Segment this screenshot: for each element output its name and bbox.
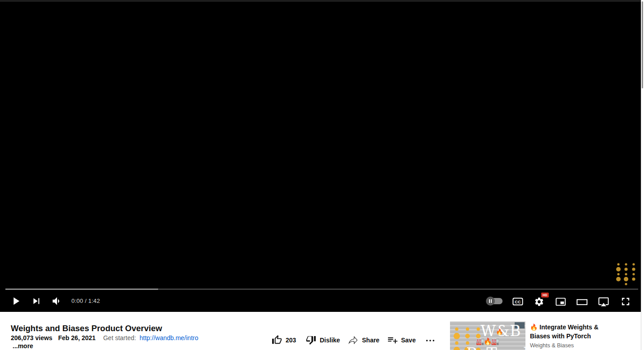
thumbnail-pytorch-text: PyTorch <box>466 345 525 350</box>
miniplayer-button[interactable] <box>555 296 567 308</box>
settings-button[interactable] <box>534 297 544 307</box>
description-link[interactable]: http://wandb.me/intro <box>140 334 198 341</box>
share-button[interactable]: Share <box>348 335 379 346</box>
upload-date: Feb 26, 2021 <box>58 334 96 341</box>
save-label: Save <box>401 337 416 344</box>
theater-mode-button[interactable] <box>576 296 588 308</box>
dislike-button[interactable]: Dislike <box>306 335 340 345</box>
next-button[interactable] <box>31 295 42 307</box>
view-count: 206,073 views <box>11 334 53 341</box>
volume-icon <box>51 295 63 307</box>
description-snippet: Get started: <box>103 334 136 341</box>
related-video-channel[interactable]: Weights & Biases <box>530 342 574 349</box>
miniplayer-icon <box>555 296 567 308</box>
hd-quality-badge: HD <box>541 293 549 298</box>
dislike-label: Dislike <box>320 337 340 344</box>
page-scrollbar[interactable] <box>641 0 644 350</box>
fullscreen-button[interactable] <box>619 295 632 308</box>
progress-bar[interactable] <box>5 289 638 290</box>
subtitles-button[interactable]: CC <box>512 296 524 307</box>
dislike-icon <box>306 335 316 345</box>
autoplay-toggle-icon <box>486 297 495 306</box>
play-button[interactable] <box>9 295 22 307</box>
related-video-thumbnail[interactable]: W&B 🔥 🏭🔥🏭 PyTorch <box>450 321 525 350</box>
subtitles-icon: CC <box>512 296 524 307</box>
fullscreen-icon <box>619 295 632 308</box>
volume-button[interactable] <box>51 295 63 307</box>
save-icon <box>387 335 397 345</box>
video-title: Weights and Biases Product Overview <box>11 324 162 333</box>
cast-button[interactable] <box>597 295 610 308</box>
like-count: 203 <box>286 337 296 344</box>
save-button[interactable]: Save <box>387 335 416 345</box>
scrollbar-thumb[interactable] <box>642 1 643 88</box>
time-display: 0:00 / 1:42 <box>71 298 100 304</box>
video-stats: 206,073 views Feb 26, 2021 Get started: … <box>11 334 198 341</box>
cc-label: CC <box>515 300 521 304</box>
player-top-edge <box>0 0 641 2</box>
wandb-watermark-logo <box>616 262 636 286</box>
like-button[interactable]: 203 <box>272 335 296 345</box>
settings-icon <box>534 297 544 307</box>
autoplay-toggle[interactable] <box>487 298 503 304</box>
youtube-watch-page: 0:00 / 1:42 CC HD <box>0 0 644 350</box>
show-more-button[interactable]: ...more <box>13 342 33 350</box>
buffered-progress <box>5 289 158 290</box>
next-icon <box>31 295 42 307</box>
video-player[interactable]: 0:00 / 1:42 CC HD <box>0 0 641 312</box>
share-label: Share <box>362 337 379 344</box>
like-icon <box>272 335 282 345</box>
play-icon <box>9 295 22 307</box>
theater-icon <box>576 296 588 308</box>
cast-icon <box>597 295 610 308</box>
related-video-title[interactable]: 🔥 Integrate Weights & Biases with PyTorc… <box>530 323 620 341</box>
fire-emoji: 🔥 <box>496 328 503 335</box>
more-icon <box>425 337 435 344</box>
share-icon <box>348 335 358 346</box>
more-actions-button[interactable] <box>425 337 435 344</box>
